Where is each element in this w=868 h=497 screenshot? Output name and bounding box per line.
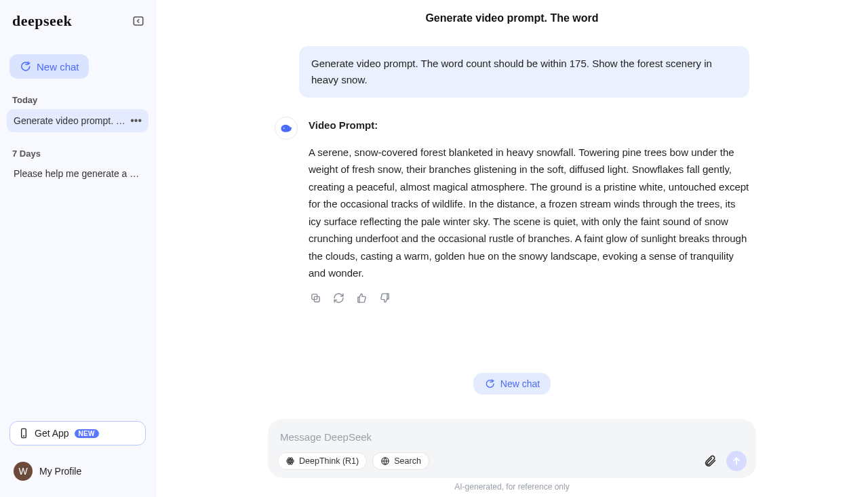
composer-area: DeepThink (R1) Search AI-gene (156, 408, 868, 497)
sidebar-header: deepseek (7, 9, 149, 35)
history-item-menu-icon[interactable]: ••• (126, 115, 142, 127)
new-chat-button[interactable]: New chat (9, 54, 89, 79)
globe-icon (380, 456, 390, 466)
center-new-chat-label: New chat (500, 378, 540, 389)
sidebar: deepseek New chat Today Generate video p… (0, 0, 156, 497)
attach-button[interactable] (702, 453, 718, 469)
copy-button[interactable] (309, 292, 322, 305)
new-chat-label: New chat (37, 61, 79, 73)
assistant-heading: Video Prompt: (309, 117, 749, 134)
history-item-text: Please help me generate a video (14, 168, 142, 179)
dislike-button[interactable] (378, 292, 391, 305)
copy-icon (310, 292, 321, 304)
refresh-icon (333, 292, 344, 304)
assistant-avatar (275, 117, 298, 140)
history-section-7days: 7 Days (12, 148, 143, 159)
thumbs-up-icon (356, 292, 368, 304)
assistant-body-text: A serene, snow-covered forest blanketed … (309, 144, 749, 282)
composer: DeepThink (R1) Search (268, 419, 756, 478)
atom-icon (285, 456, 295, 466)
profile-label: My Profile (39, 466, 81, 477)
svg-point-5 (290, 460, 291, 462)
paperclip-icon (703, 454, 717, 468)
message-actions (309, 292, 749, 305)
logo: deepseek (12, 12, 72, 30)
page-title: Generate video prompt. The word (156, 0, 868, 35)
regenerate-button[interactable] (332, 292, 345, 305)
history-item[interactable]: Please help me generate a video (7, 163, 149, 184)
user-message: Generate video prompt. The word count sh… (299, 46, 749, 98)
history-section-today: Today (12, 95, 143, 105)
chat-area: Generate video prompt. The word count sh… (156, 35, 868, 408)
like-button[interactable] (355, 292, 368, 305)
sidebar-bottom: Get App NEW W My Profile (7, 421, 149, 488)
new-badge: NEW (75, 429, 99, 438)
deepthink-chip[interactable]: DeepThink (R1) (277, 452, 367, 470)
search-chip[interactable]: Search (372, 452, 429, 470)
disclaimer: AI-generated, for reference only (156, 482, 868, 492)
assistant-message: Video Prompt: A serene, snow-covered for… (275, 117, 749, 305)
thumbs-down-icon (379, 292, 391, 304)
send-button[interactable] (726, 451, 747, 471)
center-new-chat-button[interactable]: New chat (473, 373, 551, 395)
history-item-text: Generate video prompt. The word (14, 115, 126, 126)
search-label: Search (394, 456, 421, 466)
history-item[interactable]: Generate video prompt. The word ••• (7, 109, 149, 132)
avatar: W (14, 462, 33, 481)
svg-rect-1 (22, 429, 26, 437)
phone-icon (18, 428, 29, 439)
message-input[interactable] (277, 427, 747, 451)
collapse-sidebar-button[interactable] (130, 12, 147, 30)
center-new-chat-row: New chat (275, 373, 749, 395)
new-chat-icon (19, 60, 31, 73)
arrow-up-icon (731, 456, 742, 466)
panel-left-icon (132, 15, 144, 27)
new-chat-icon (484, 378, 495, 389)
deepthink-label: DeepThink (R1) (299, 456, 359, 466)
main: Generate video prompt. The word Generate… (156, 0, 868, 497)
svg-rect-0 (134, 17, 143, 25)
whale-icon (279, 121, 293, 135)
get-app-button[interactable]: Get App NEW (9, 421, 146, 445)
profile-button[interactable]: W My Profile (9, 455, 146, 488)
get-app-label: Get App (35, 428, 69, 439)
